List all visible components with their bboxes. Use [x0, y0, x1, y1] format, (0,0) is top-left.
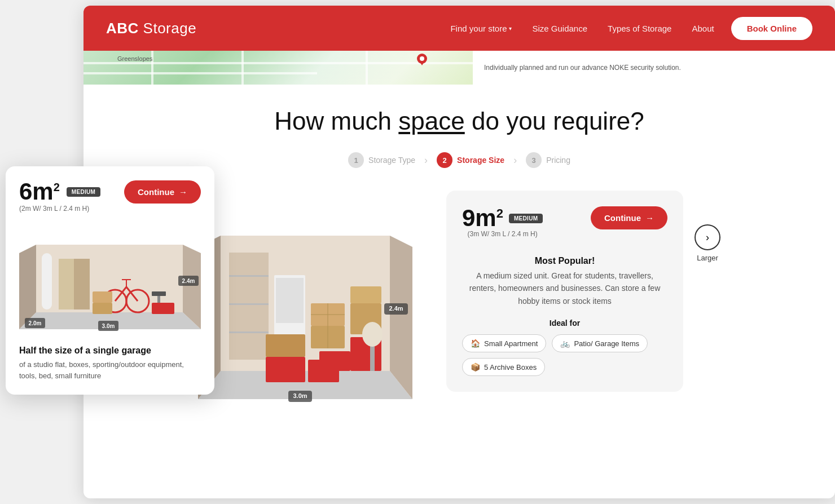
right-card-size-info: 9m2 MEDIUM (3m W/ 3m L / 2.4 m H)	[462, 206, 543, 247]
svg-rect-47	[93, 303, 112, 314]
svg-text:3.0m: 3.0m	[102, 323, 115, 329]
chevron-down-icon: ▾	[509, 25, 512, 32]
map-strip: Greenslopes Individually planned and run…	[84, 51, 835, 85]
svg-rect-36	[59, 259, 74, 310]
ideal-tags: 🏠 Small Apartment 🚲 Patio/ Garage Items …	[462, 334, 667, 376]
svg-rect-22	[266, 334, 305, 357]
nav-types-storage[interactable]: Types of Storage	[608, 24, 671, 33]
small-badge: MEDIUM	[67, 187, 100, 197]
small-illustration-wrapper: 2.4m 2.0m 3.0m	[19, 219, 201, 338]
chevron-right-icon: ›	[706, 232, 709, 244]
step-3-label: Pricing	[546, 156, 570, 165]
small-desc-text: of a studio flat, boxes, sporting/outdoo…	[19, 359, 201, 381]
logo-light: Storage	[139, 20, 196, 37]
right-description: A medium sized unit. Great for students,…	[462, 269, 667, 307]
ideal-for-label: Ideal for	[462, 319, 667, 328]
small-desc-title: Half the size of a single garage	[19, 346, 201, 356]
larger-label: Larger	[697, 254, 718, 262]
right-size-label: 9m2	[462, 206, 503, 230]
storage-9m-illustration: 2.4m 3.0m	[198, 191, 412, 416]
book-online-button[interactable]: Book Online	[731, 17, 812, 40]
tag-label-apartment: Small Apartment	[484, 339, 538, 348]
step-2-label: Storage Size	[457, 156, 504, 165]
center-illustration: 2.4m 3.0m	[198, 191, 412, 416]
right-continue-button[interactable]: Continue →	[591, 206, 667, 229]
svg-rect-34	[42, 253, 52, 310]
step-1-label: Storage Type	[368, 156, 415, 165]
svg-rect-12	[276, 278, 304, 323]
svg-text:2.4m: 2.4m	[182, 278, 195, 284]
step-2: 2 Storage Size	[437, 152, 504, 168]
arrow-right-icon: →	[645, 213, 654, 223]
tag-small-apartment: 🏠 Small Apartment	[462, 334, 546, 352]
steps-indicator: 1 Storage Type › 2 Storage Size › 3 Pri	[84, 152, 835, 168]
svg-rect-45	[152, 291, 166, 296]
tag-archive-boxes: 📦 5 Archive Boxes	[462, 358, 545, 376]
step-1-circle: 1	[348, 152, 364, 168]
right-dimensions: (3m W/ 3m L / 2.4 m H)	[462, 230, 543, 238]
svg-rect-8	[229, 275, 269, 277]
right-badge: MEDIUM	[509, 214, 543, 223]
svg-text:2.4m: 2.4m	[389, 305, 403, 312]
svg-rect-20	[350, 286, 381, 303]
most-popular-label: Most Popular!	[462, 256, 667, 266]
svg-rect-48	[93, 291, 112, 303]
svg-rect-7	[229, 253, 269, 360]
svg-rect-21	[266, 357, 305, 382]
arrow-right-icon-small: →	[179, 187, 187, 197]
nav-links: Find your store ▾ Size Guidance Types of…	[450, 24, 714, 33]
svg-rect-37	[74, 259, 90, 310]
small-storage-card: 6m2 MEDIUM Continue → (2m W/ 3m L / 2.4 …	[6, 166, 214, 395]
small-size-label: 6m2	[19, 180, 60, 204]
tag-patio-garage: 🚲 Patio/ Garage Items	[552, 334, 648, 352]
tag-label-boxes: 5 Archive Boxes	[484, 363, 537, 372]
step-1: 1 Storage Type	[348, 152, 415, 168]
svg-rect-46	[152, 303, 174, 314]
svg-rect-10	[229, 331, 269, 333]
logo-bold: ABC	[106, 20, 139, 37]
logo: ABC Storage	[106, 20, 196, 37]
map-location-label: Greenslopes	[117, 55, 152, 62]
map-area: Greenslopes	[84, 51, 473, 85]
svg-text:2.0m: 2.0m	[29, 320, 42, 326]
tag-label-patio: Patio/ Garage Items	[574, 339, 639, 348]
step-arrow-2: ›	[513, 154, 517, 166]
box-icon: 📦	[471, 362, 480, 372]
svg-point-1	[420, 56, 424, 61]
page-title: How much space do you require?	[84, 107, 835, 135]
svg-point-25	[362, 322, 383, 347]
nav-size-guidance[interactable]: Size Guidance	[532, 24, 587, 33]
larger-button[interactable]: ›	[695, 224, 720, 250]
step-2-circle: 2	[437, 152, 452, 168]
svg-marker-6	[390, 236, 412, 399]
nav-about[interactable]: About	[692, 24, 714, 33]
right-storage-card: 9m2 MEDIUM (3m W/ 3m L / 2.4 m H) Contin…	[446, 191, 683, 392]
larger-nav: › Larger	[695, 224, 720, 262]
svg-text:3.0m: 3.0m	[293, 392, 307, 399]
security-info-strip: Individually planned and run our advance…	[473, 51, 835, 85]
svg-rect-9	[229, 303, 269, 305]
nav-find-store[interactable]: Find your store ▾	[450, 24, 512, 33]
step-arrow-1: ›	[424, 154, 428, 166]
home-icon: 🏠	[471, 339, 480, 348]
small-dimensions: (2m W/ 3m L / 2.4 m H)	[19, 205, 201, 213]
small-continue-button[interactable]: Continue →	[124, 180, 201, 204]
bike-icon: 🚲	[560, 339, 570, 348]
step-3: 3 Pricing	[526, 152, 570, 168]
navbar: ABC Storage Find your store ▾ Size Guida…	[84, 6, 835, 51]
storage-6m-illustration: 2.4m 2.0m 3.0m	[19, 219, 201, 338]
map-pin-icon	[416, 53, 428, 67]
step-3-circle: 3	[526, 152, 542, 168]
svg-rect-23	[308, 360, 339, 382]
